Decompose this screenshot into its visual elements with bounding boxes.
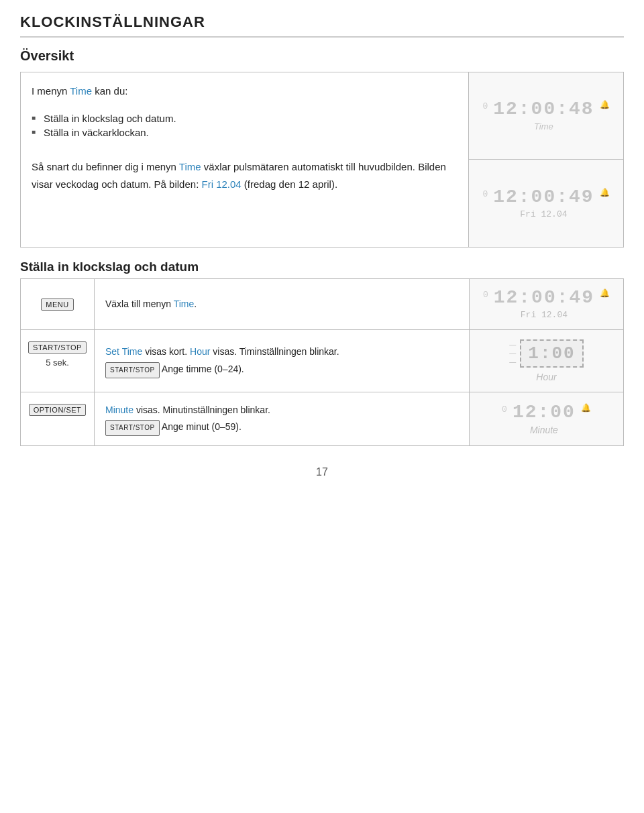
bullet-item-1: Ställa in klockslag och datum. (32, 111, 458, 125)
hour-display: — — — 1:00 Hour (476, 339, 616, 382)
hour-word: Hour (190, 346, 210, 357)
overview-subtitle: Översikt (20, 48, 624, 64)
display2-alarm: 🔔 (600, 188, 610, 197)
menu-disp-time: 12:00:49 (494, 288, 594, 307)
display-box-1: 0 12:00:48 Time 🔔 (469, 72, 623, 160)
set-word: Set (105, 346, 119, 357)
menu-disp-date: Fri 12.04 (494, 310, 594, 320)
display1-small-num: 0 (482, 101, 488, 111)
para-date: Fri 12.04 (201, 178, 241, 190)
hour-label: Hour (536, 372, 556, 382)
menu-time-ref: Time (174, 299, 195, 309)
menu-display: 0 12:00:49 Fri 12.04 🔔 (476, 288, 616, 320)
optionset-sub-button[interactable]: START/STOP (105, 420, 160, 436)
display-box-2: 0 12:00:49 Fri 12.04 🔔 (469, 160, 623, 247)
overview-paragraph: Så snart du befinner dig i menyn Time vä… (32, 158, 458, 193)
minute-label: Minute (513, 425, 576, 435)
para-time-word: Time (179, 161, 201, 172)
display2-small-num: 0 (482, 189, 488, 199)
bullet-item-2: Ställa in väckarklockan. (32, 125, 458, 140)
display1-top: 0 12:00:48 Time 🔔 (476, 100, 616, 131)
overview-time-word: Time (70, 85, 92, 97)
display1-center: 12:00:48 Time (493, 100, 594, 131)
minute-disp-top: 0 12:00 Minute 🔔 (502, 403, 591, 435)
display2-date: Fri 12.04 (493, 209, 594, 219)
overview-intro: I menyn Time kan du: (32, 83, 458, 99)
menu-disp-center: 12:00:49 Fri 12.04 (494, 288, 594, 320)
minute-center: 12:00 Minute (513, 403, 576, 435)
optionset-display-cell: 0 12:00 Minute 🔔 (470, 392, 624, 446)
startstop-button-cell: START/STOP 5 sek. (21, 330, 95, 392)
minute-alarm: 🔔 (581, 403, 591, 413)
instructions-table: MENU Växla till menyn Time. 0 12:00:49 F… (20, 278, 624, 446)
display1-alarm: 🔔 (600, 100, 610, 109)
set-clock-title: Ställa in klockslag och datum (20, 260, 624, 278)
startstop-sub-button[interactable]: START/STOP (105, 362, 160, 378)
time-word-2: Time (122, 346, 143, 357)
minute-display: 0 12:00 Minute 🔔 (476, 403, 616, 435)
page-number: 17 (20, 466, 624, 478)
menu-display-cell: 0 12:00:49 Fri 12.04 🔔 (470, 279, 624, 330)
table-row-startstop: START/STOP 5 sek. Set Time visas kort. H… (21, 330, 624, 392)
hour-number-box: 1:00 (520, 339, 583, 368)
startstop-text-cell: Set Time visas kort. Hour visas. Timinst… (95, 330, 470, 392)
menu-text-cell: Växla till menyn Time. (95, 279, 470, 330)
optionset-button-cell: OPTION/SET (21, 392, 95, 446)
optionset-text-cell: Minute visas. Minutinställningen blinkar… (95, 392, 470, 446)
hour-dashes-left: — — — (509, 341, 516, 366)
hour-disp-row: — — — 1:00 (509, 339, 583, 368)
optionset-button[interactable]: OPTION/SET (29, 404, 87, 416)
display2-top: 0 12:00:49 Fri 12.04 🔔 (476, 188, 616, 219)
minute-word: Minute (105, 404, 133, 415)
table-row-menu: MENU Växla till menyn Time. 0 12:00:49 F… (21, 279, 624, 330)
menu-button-cell: MENU (21, 279, 95, 330)
overview-left: I menyn Time kan du: Ställa in klockslag… (21, 72, 469, 247)
minute-small-num: 0 (502, 404, 507, 415)
menu-disp-small: 0 (483, 290, 488, 300)
startstop-button[interactable]: START/STOP (28, 341, 87, 354)
table-row-optionset: OPTION/SET Minute visas. Minutinställnin… (21, 392, 624, 446)
startstop-display-cell: — — — 1:00 Hour (470, 330, 624, 392)
menu-disp-alarm: 🔔 (600, 288, 610, 298)
display2-time: 12:00:49 (493, 188, 594, 207)
hour-number: 1:00 (528, 343, 575, 364)
display1-time: 12:00:48 (493, 100, 594, 119)
page-title: Klockinställningar (20, 13, 624, 38)
minute-time: 12:00 (513, 403, 576, 422)
menu-button[interactable]: MENU (41, 299, 73, 311)
overview-right: 0 12:00:48 Time 🔔 0 12:00:49 Fri 12.04 🔔 (469, 72, 623, 247)
bullet-list: Ställa in klockslag och datum. Ställa in… (32, 111, 458, 140)
startstop-sub-label: 5 sek. (28, 358, 87, 368)
display2-center: 12:00:49 Fri 12.04 (493, 188, 594, 219)
display1-label: Time (493, 121, 594, 131)
